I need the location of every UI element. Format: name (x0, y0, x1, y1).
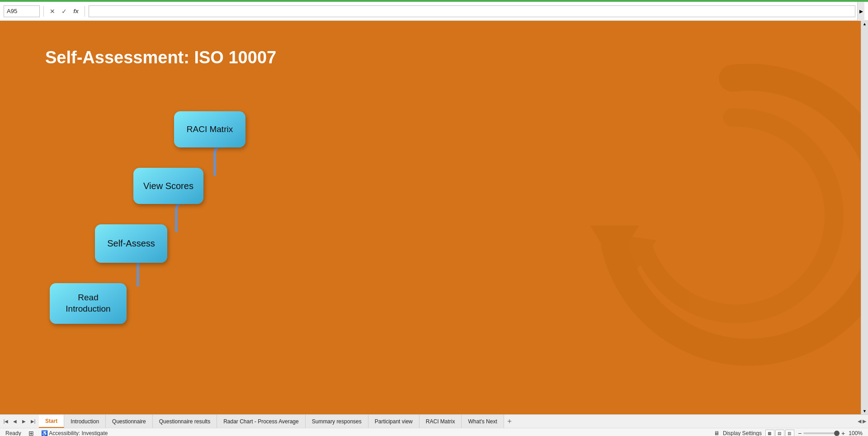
confirm-icon[interactable]: ✓ (59, 6, 69, 16)
excel-topbar: A95 ✕ ✓ fx ▸ (0, 2, 868, 21)
main-content: Self-Assessment: ISO 10007 Read Introduc… (0, 21, 868, 414)
tab-whats-next[interactable]: What's Next (462, 415, 504, 428)
status-cell-icon: ⊞ (28, 430, 34, 436)
tab-bar: |◀ ◀ ▶ ▶| Start Introduction Questionnai… (0, 414, 868, 428)
view-buttons: ▦ ▤ ▥ (765, 430, 794, 436)
zoom-plus-btn[interactable]: + (841, 430, 845, 436)
zoom-level: 100% (849, 430, 863, 436)
accessibility-text: Accessibility: Investigate (49, 430, 108, 436)
tab-questionnaire[interactable]: Questionnaire (106, 415, 153, 428)
page-layout-button[interactable]: ▤ (775, 430, 784, 436)
self-assess-button[interactable]: Self-Assess (95, 224, 167, 263)
add-sheet-button[interactable]: ＋ (504, 415, 515, 428)
main-scroll-right[interactable]: ▲ ▼ (861, 21, 868, 414)
zoom-slider-thumb (834, 431, 840, 436)
formula-bar[interactable] (89, 5, 855, 17)
accessibility-label[interactable]: ♿ Accessibility: Investigate (41, 430, 108, 436)
tab-start[interactable]: Start (39, 415, 64, 428)
topbar-divider-1 (43, 6, 44, 17)
tab-nav-arrows: |◀ ◀ ▶ ▶| (0, 415, 39, 428)
tab-introduction[interactable]: Introduction (64, 415, 106, 428)
tab-radar-chart[interactable]: Radar Chart - Process Average (217, 415, 306, 428)
page-break-button[interactable]: ▥ (785, 430, 794, 436)
tab-raci-matrix[interactable]: RACI Matrix (420, 415, 462, 428)
tab-scroll-right[interactable]: ◀ ▶ (856, 415, 868, 428)
normal-view-button[interactable]: ▦ (765, 430, 774, 436)
cancel-icon[interactable]: ✕ (47, 6, 57, 16)
topbar-scroll-right: ▸ (857, 2, 864, 21)
background-decoration (561, 39, 868, 383)
raci-matrix-button[interactable]: RACI Matrix (174, 111, 245, 147)
status-bar: Ready ⊞ ♿ Accessibility: Investigate 🖥 D… (0, 428, 868, 436)
read-introduction-button[interactable]: Read Introduction (50, 283, 127, 324)
tab-nav-last[interactable]: ▶| (29, 417, 37, 426)
zoom-slider-container: − + (798, 430, 845, 436)
flowchart-container: Read Introduction Self-Assess View Score… (36, 89, 262, 369)
tab-nav-first[interactable]: |◀ (2, 417, 10, 426)
tab-bar-spacer (515, 415, 856, 428)
tab-nav-next[interactable]: ▶ (20, 417, 28, 426)
status-ready: Ready (5, 430, 21, 436)
tab-nav-prev[interactable]: ◀ (11, 417, 19, 426)
zoom-slider[interactable] (803, 432, 840, 434)
page-title: Self-Assessment: ISO 10007 (45, 48, 276, 67)
zoom-minus-btn[interactable]: − (798, 430, 802, 436)
tab-participant-view[interactable]: Participant view (368, 415, 420, 428)
display-settings-icon: 🖥 (714, 430, 719, 436)
tab-questionnaire-results[interactable]: Questionnaire results (153, 415, 217, 428)
topbar-divider-2 (85, 6, 85, 17)
view-scores-button[interactable]: View Scores (133, 168, 203, 204)
cell-reference-box[interactable]: A95 (4, 5, 40, 17)
tab-summary-responses[interactable]: Summary responses (306, 415, 368, 428)
function-icon[interactable]: fx (71, 6, 81, 16)
accessibility-icon: ♿ (41, 430, 48, 436)
status-right: 🖥 Display Settings ▦ ▤ ▥ − + 100% (714, 430, 863, 436)
display-settings-label[interactable]: Display Settings (723, 430, 762, 436)
